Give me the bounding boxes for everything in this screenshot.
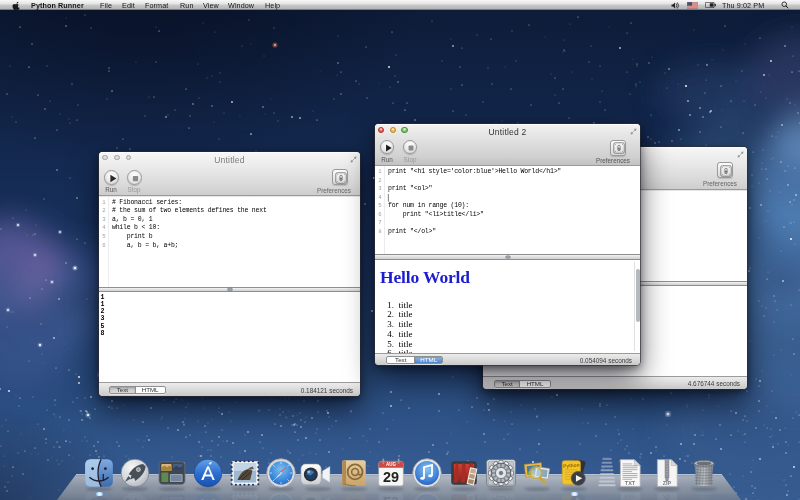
svg-text:ZIP: ZIP bbox=[662, 480, 671, 486]
svg-text:ZIP: ZIP bbox=[662, 493, 671, 499]
svg-text:29: 29 bbox=[383, 494, 399, 500]
svg-text:TXT: TXT bbox=[625, 493, 636, 499]
svg-text:AUG: AUG bbox=[386, 462, 396, 467]
svg-text:29: 29 bbox=[383, 469, 399, 485]
svg-text:TXT: TXT bbox=[625, 480, 636, 486]
